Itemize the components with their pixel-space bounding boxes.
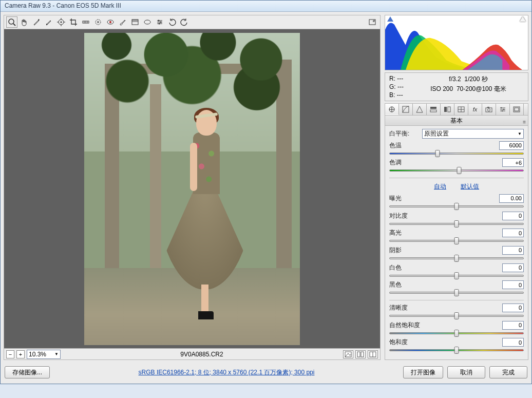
- tab-basic-icon[interactable]: [385, 104, 399, 115]
- adjustment-brush-tool-icon[interactable]: [117, 16, 128, 28]
- title-bar: Camera Raw 9.3 - Canon EOS 5D Mark III: [1, 1, 531, 12]
- bottom-bar: 存储图像... sRGB IEC61966-2.1; 8 位; 3840 x 5…: [1, 363, 531, 384]
- tab-snapshots-icon[interactable]: [510, 104, 524, 115]
- blacks-slider[interactable]: [389, 289, 524, 295]
- temp-label: 色温: [389, 141, 419, 150]
- color-sampler-tool-icon[interactable]: [43, 16, 54, 28]
- saturation-input[interactable]: [502, 338, 524, 347]
- shadows-slider[interactable]: [389, 255, 524, 260]
- whites-input[interactable]: [502, 263, 524, 272]
- spot-removal-tool-icon[interactable]: [92, 16, 104, 28]
- highlights-label: 高光: [389, 229, 419, 237]
- preview-mode-2-icon[interactable]: [355, 350, 366, 358]
- rotate-ccw-icon[interactable]: [166, 16, 178, 28]
- rotate-cw-icon[interactable]: [179, 16, 190, 28]
- content-area: − + 10.3%▼ 9V0A0885.CR2: [1, 12, 531, 363]
- preferences-tool-icon[interactable]: [154, 16, 165, 28]
- preview-footer: − + 10.3%▼ 9V0A0885.CR2: [4, 349, 381, 360]
- straighten-tool-icon[interactable]: [80, 16, 91, 28]
- svg-point-48: [503, 109, 505, 110]
- whites-slider[interactable]: [389, 272, 524, 278]
- radial-filter-tool-icon[interactable]: [142, 16, 153, 28]
- save-image-button[interactable]: 存储图像...: [5, 366, 50, 378]
- zoom-level-value: 10.3%: [29, 351, 46, 358]
- workflow-link[interactable]: sRGB IEC61966-2.1; 8 位; 3840 x 5760 (22.…: [139, 369, 315, 376]
- exposure-label: 曝光: [389, 194, 419, 203]
- svg-point-24: [160, 22, 162, 23]
- white-balance-tool-icon[interactable]: [31, 16, 42, 28]
- temp-slider[interactable]: [389, 150, 524, 156]
- tab-curve-icon[interactable]: [399, 104, 413, 115]
- done-button[interactable]: 完成: [489, 366, 527, 378]
- workflow-options: sRGB IEC61966-2.1; 8 位; 3840 x 5760 (22.…: [54, 368, 399, 377]
- cancel-button[interactable]: 取消: [447, 366, 485, 378]
- svg-point-3: [46, 24, 47, 25]
- readout-aperture: f/3.2: [449, 75, 461, 83]
- tab-lens-icon[interactable]: [454, 104, 468, 115]
- readout-r: R: ---: [389, 75, 404, 82]
- tab-hsl-icon[interactable]: [427, 104, 441, 115]
- left-pane: − + 10.3%▼ 9V0A0885.CR2: [4, 15, 381, 360]
- contrast-slider[interactable]: [389, 220, 524, 226]
- panel-menu-icon[interactable]: ≡: [523, 117, 526, 127]
- blacks-input[interactable]: [502, 280, 524, 289]
- svg-rect-35: [430, 110, 436, 112]
- shadows-input[interactable]: [502, 246, 524, 255]
- hand-tool-icon[interactable]: [18, 16, 30, 28]
- tab-camera-icon[interactable]: [482, 104, 496, 115]
- auto-link[interactable]: 自动: [434, 182, 446, 191]
- tint-input[interactable]: [502, 158, 524, 167]
- toolbar: [4, 15, 381, 29]
- tab-detail-icon[interactable]: [413, 104, 427, 115]
- svg-rect-29: [361, 352, 364, 357]
- zoom-out-button[interactable]: −: [6, 350, 14, 358]
- preview-mode-1-icon[interactable]: [343, 350, 353, 358]
- zoom-in-button[interactable]: +: [16, 350, 25, 358]
- highlights-input[interactable]: [502, 229, 524, 237]
- readout-b: B: ---: [389, 91, 404, 99]
- svg-point-5: [61, 22, 62, 23]
- tab-split-icon[interactable]: [441, 104, 454, 115]
- clarity-input[interactable]: [502, 304, 524, 312]
- svg-rect-28: [357, 352, 360, 357]
- contrast-input[interactable]: [502, 212, 524, 220]
- exposure-slider[interactable]: [389, 203, 524, 209]
- right-pane: R: --- G: --- B: --- f/3.2 1/200 秒 ISO 2…: [385, 15, 528, 360]
- readout-shutter: 1/200 秒: [464, 75, 487, 83]
- targeted-adjustment-tool-icon[interactable]: [55, 16, 67, 28]
- info-readout: R: --- G: --- B: --- f/3.2 1/200 秒 ISO 2…: [385, 72, 528, 101]
- histogram[interactable]: [385, 15, 528, 70]
- window-title: Camera Raw 9.3 - Canon EOS 5D Mark III: [5, 2, 121, 9]
- wb-label: 白平衡:: [389, 129, 419, 138]
- graduated-filter-tool-icon[interactable]: [129, 16, 141, 28]
- red-eye-tool-icon[interactable]: [105, 16, 116, 28]
- vibrance-slider[interactable]: [389, 330, 524, 335]
- vibrance-input[interactable]: [502, 321, 524, 330]
- highlights-slider[interactable]: [389, 237, 524, 243]
- tint-slider[interactable]: [389, 167, 524, 173]
- svg-point-16: [109, 21, 111, 23]
- zoom-level-select[interactable]: 10.3%▼: [27, 350, 61, 359]
- wb-dropdown[interactable]: 原照设置▼: [422, 129, 524, 139]
- panel-tabs: fx: [385, 103, 528, 116]
- saturation-slider[interactable]: [389, 347, 524, 352]
- svg-line-1: [13, 24, 15, 26]
- crop-tool-icon[interactable]: [68, 16, 79, 28]
- temp-input[interactable]: [499, 141, 524, 150]
- exposure-input[interactable]: [499, 194, 524, 203]
- readout-lens: 70-200@100 毫米: [457, 85, 506, 92]
- svg-rect-34: [430, 107, 436, 109]
- tab-fx-icon[interactable]: fx: [468, 104, 482, 115]
- clarity-slider[interactable]: [389, 312, 524, 318]
- preview-mode-3-icon[interactable]: [368, 350, 378, 358]
- readout-iso: ISO 200: [430, 85, 453, 92]
- svg-point-23: [158, 20, 160, 22]
- image-preview[interactable]: [4, 29, 381, 349]
- default-link[interactable]: 默认值: [461, 182, 479, 191]
- toggle-fullscreen-icon[interactable]: [367, 16, 378, 28]
- blacks-label: 黑色: [389, 280, 419, 289]
- tab-presets-icon[interactable]: [496, 104, 510, 115]
- open-image-button[interactable]: 打开图像: [403, 366, 443, 378]
- zoom-tool-icon[interactable]: [6, 16, 17, 28]
- app-window: Camera Raw 9.3 - Canon EOS 5D Mark III: [0, 0, 532, 384]
